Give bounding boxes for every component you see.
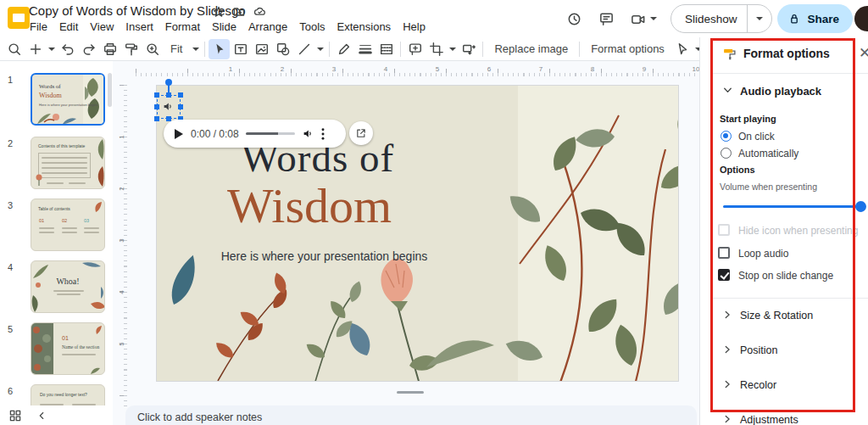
rotation-handle[interactable] — [165, 79, 172, 86]
radio-automatically[interactable] — [721, 148, 732, 159]
pen-icon — [337, 42, 352, 57]
menu-edit[interactable]: Edit — [53, 19, 84, 35]
speaker-notes[interactable]: Click to add speaker notes — [125, 405, 697, 425]
section-position[interactable]: Position — [740, 344, 777, 356]
play-icon[interactable] — [174, 128, 184, 140]
menu-slide[interactable]: Slide — [206, 19, 242, 35]
videocam-icon — [630, 11, 647, 27]
star-icon[interactable] — [212, 5, 225, 19]
menu-extensions[interactable]: Extensions — [331, 19, 398, 35]
redo-button[interactable] — [78, 39, 99, 59]
paint-format-button[interactable] — [120, 39, 142, 59]
grid-view-button[interactable] — [8, 409, 22, 422]
slideshow-dropdown[interactable] — [747, 5, 771, 32]
slideshow-button[interactable]: Slideshow — [670, 4, 773, 33]
checkbox-loop-audio[interactable] — [718, 247, 730, 259]
new-slide-dropdown[interactable] — [46, 39, 57, 59]
thumb-title: Contents of this template — [38, 143, 85, 148]
radio-automatically-label[interactable]: Automatically — [738, 148, 798, 159]
ruler-tick-label: 5 — [436, 65, 439, 73]
insert-shape-button[interactable] — [272, 39, 293, 59]
slide-thumbnail-5[interactable]: 01 Name of the section — [31, 322, 105, 375]
zoom-level-caret[interactable] — [190, 39, 201, 59]
add-comment-button[interactable] — [404, 39, 426, 59]
search-menus-button[interactable] — [3, 39, 25, 59]
resize-handle[interactable] — [154, 92, 159, 98]
slide-thumbnail-2[interactable]: Contents of this template — [31, 137, 105, 189]
slide-title-line2[interactable]: Wisdom — [157, 177, 462, 234]
open-in-new-button[interactable] — [349, 121, 373, 145]
checkbox-stop-on-slide-change[interactable] — [718, 269, 730, 281]
insert-image-button[interactable] — [251, 39, 272, 59]
menu-help[interactable]: Help — [397, 19, 431, 35]
section-audio-playback[interactable]: Audio playback — [740, 85, 821, 98]
text-box-button[interactable] — [230, 39, 251, 59]
chevron-down-icon[interactable] — [721, 84, 734, 97]
format-options-button[interactable]: Format options — [583, 40, 672, 58]
slide-thumbnail-3[interactable]: Table of contents 01 02 03 — [31, 199, 105, 251]
ruler-tick-label: 9 — [643, 65, 646, 73]
account-avatar[interactable] — [854, 6, 868, 31]
notes-resize-handle[interactable] — [397, 391, 424, 394]
crop-caret[interactable] — [447, 39, 458, 59]
section-recolor[interactable]: Recolor — [740, 379, 776, 391]
meet-button[interactable] — [623, 3, 664, 35]
new-slide-button[interactable] — [25, 39, 46, 59]
menu-tools[interactable]: Tools — [293, 19, 331, 35]
undo-button[interactable] — [57, 39, 78, 59]
select-tool-button[interactable] — [209, 39, 230, 59]
resize-handle[interactable] — [178, 104, 183, 109]
slide-subtitle[interactable]: Here is where your presentation begins — [157, 249, 492, 263]
volume-slider[interactable] — [723, 205, 860, 208]
speaker-notes-placeholder: Click to add speaker notes — [137, 411, 262, 423]
audio-player[interactable]: 0:00 / 0:08 — [164, 120, 346, 148]
move-folder-icon[interactable] — [232, 5, 246, 19]
section-size-rotation[interactable]: Size & Rotation — [740, 310, 813, 322]
share-button[interactable]: Share — [777, 4, 853, 33]
menu-view[interactable]: View — [84, 19, 120, 35]
menu-arrange[interactable]: Arrange — [242, 19, 293, 35]
checkbox-loop-audio-label[interactable]: Loop audio — [738, 248, 788, 260]
volume-icon[interactable] — [302, 127, 314, 140]
resize-handle[interactable] — [178, 92, 183, 98]
radio-on-click[interactable] — [721, 131, 732, 142]
crop-button[interactable] — [426, 39, 447, 59]
collapse-filmstrip-button[interactable] — [36, 410, 47, 422]
menu-insert[interactable]: Insert — [120, 19, 159, 35]
line-weight-button[interactable] — [354, 39, 376, 59]
section-adjustments[interactable]: Adjustments — [740, 414, 798, 425]
radio-on-click-label[interactable]: On click — [738, 131, 775, 143]
open-in-new-icon — [355, 127, 367, 139]
audio-element-selection[interactable] — [157, 95, 181, 119]
volume-slider-thumb[interactable] — [855, 201, 866, 212]
chevron-right-icon[interactable] — [721, 309, 733, 321]
replace-image-button[interactable]: Replace image — [487, 40, 576, 58]
chevron-right-icon[interactable] — [721, 378, 733, 390]
pointer-mode-button[interactable] — [672, 39, 693, 59]
menu-file[interactable]: File — [24, 19, 53, 35]
comments-button[interactable] — [591, 3, 623, 35]
panel-close-icon[interactable]: ✕ — [859, 44, 868, 62]
player-menu-icon[interactable] — [321, 128, 325, 140]
replace-image-icon-button[interactable] — [458, 39, 479, 59]
version-history-button[interactable] — [559, 3, 591, 35]
chevron-right-icon[interactable] — [721, 413, 733, 425]
player-progress-bar[interactable] — [246, 132, 295, 135]
insert-line-button[interactable] — [293, 39, 314, 59]
insert-line-caret[interactable] — [314, 39, 326, 59]
zoom-level-select[interactable]: Fit — [163, 40, 190, 58]
pen-tool-button[interactable] — [333, 39, 354, 59]
chevron-right-icon[interactable] — [721, 344, 733, 355]
resize-handle[interactable] — [154, 104, 159, 109]
print-button[interactable] — [99, 39, 120, 59]
menu-format[interactable]: Format — [159, 19, 206, 35]
filmstrip-scrollbar[interactable] — [108, 73, 112, 107]
resize-handle[interactable] — [166, 92, 171, 98]
checkbox-stop-on-slide-change-label[interactable]: Stop on slide change — [738, 270, 833, 282]
resize-handle[interactable] — [154, 116, 159, 121]
cloud-status-icon[interactable] — [253, 5, 267, 19]
zoom-button[interactable] — [142, 39, 163, 59]
slide-thumbnail-4[interactable]: Whoa! — [31, 260, 105, 313]
border-style-button[interactable] — [376, 39, 397, 59]
slide-thumbnail-1[interactable]: Words of Wisdom Here is where your prese… — [31, 73, 105, 126]
